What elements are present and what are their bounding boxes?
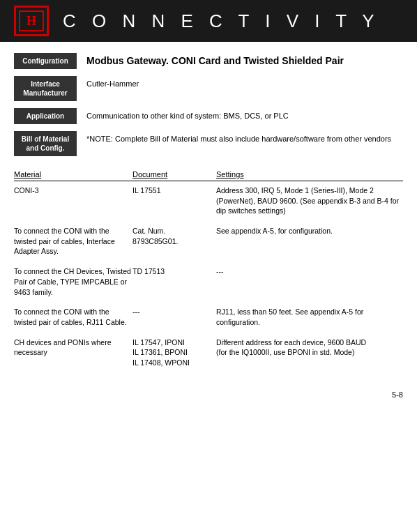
table-row: To connect the CONI with the twisted pai… [14, 307, 403, 328]
logo-inner: H [19, 10, 44, 31]
cell-settings-4: RJ11, less than 50 feet. See appendix A-… [216, 307, 403, 327]
page-number: 5-8 [14, 390, 403, 399]
cell-document-4: --- [132, 307, 216, 317]
config-row: Configuration Modbus Gateway. CONI Card … [14, 53, 403, 69]
bill-row: Bill of Materialand Config. *NOTE: Compl… [14, 131, 403, 156]
cell-settings-5: Different address for each device, 9600 … [216, 337, 403, 358]
col-header-document: Document [132, 170, 216, 178]
table-row: CONI-3 IL 17551 Address 300, IRQ 5, Mode… [14, 185, 403, 218]
header: H C O N N E C T I V I T Y [0, 0, 417, 42]
interface-row: InterfaceManufacturer Cutler-Hammer [14, 76, 403, 101]
application-value: Communication to other kind of system: B… [86, 108, 289, 121]
table-row: To connect the CONI with the twisted pai… [14, 226, 403, 258]
interface-value: Cutler-Hammer [86, 76, 139, 89]
table-row: To connect the CH Devices, Twisted Pair … [14, 266, 403, 298]
logo-letter: H [26, 14, 36, 29]
interface-label: InterfaceManufacturer [14, 76, 77, 101]
cell-document-2: Cat. Num.8793C85G01. [132, 226, 216, 246]
table-header: Material Document Settings [14, 170, 403, 181]
logo-box: H [14, 6, 49, 36]
main-content: Configuration Modbus Gateway. CONI Card … [0, 42, 417, 413]
cell-document-3: TD 17513 [132, 266, 216, 277]
cell-material-4: To connect the CONI with the twisted pai… [14, 307, 132, 327]
cell-document-1: IL 17551 [132, 185, 216, 196]
cell-material-3: To connect the CH Devices, Twisted Pair … [14, 266, 132, 297]
bill-label: Bill of Materialand Config. [14, 131, 77, 156]
table-section: Material Document Settings CONI-3 IL 175… [14, 170, 403, 370]
cell-material-2: To connect the CONI with the twisted pai… [14, 226, 132, 257]
header-title: C O N N E C T I V I T Y [63, 10, 380, 32]
cell-settings-2: See appendix A-5, for configuration. [216, 226, 403, 236]
cell-settings-1: Address 300, IRQ 5, Mode 1 (Series-III),… [216, 185, 403, 216]
cell-material-5: CH devices and PONIs where necessary [14, 337, 132, 358]
table-row: CH devices and PONIs where necessary IL … [14, 337, 403, 370]
cell-document-5: IL 17547, IPONIIL 17361, BPONIIL 17408, … [132, 337, 216, 368]
application-label: Application [14, 108, 77, 124]
application-row: Application Communication to other kind … [14, 108, 403, 124]
col-header-material: Material [14, 170, 132, 178]
cell-material-1: CONI-3 [14, 185, 132, 196]
config-value: Modbus Gateway. CONI Card and Twisted Sh… [86, 53, 344, 68]
bill-value: *NOTE: Complete Bill of Material must al… [86, 131, 391, 144]
cell-settings-3: --- [216, 266, 403, 277]
col-header-settings: Settings [216, 170, 403, 178]
config-label: Configuration [14, 53, 77, 69]
